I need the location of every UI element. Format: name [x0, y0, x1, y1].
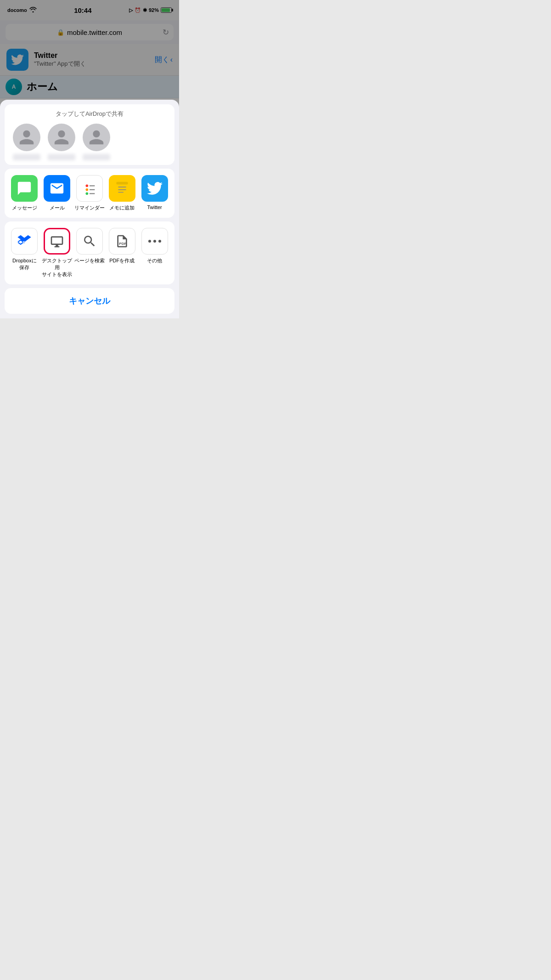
airdrop-contact-1[interactable]: [13, 124, 40, 160]
share-action-reminders[interactable]: リマインダー: [74, 175, 105, 211]
second-actions-section: Dropboxに保存 デスクトップ用サイトを表示 ページを検索: [5, 221, 174, 284]
reminders-label: リマインダー: [74, 204, 105, 211]
airdrop-title: タップしてAirDropで共有: [9, 110, 170, 118]
svg-point-1: [85, 188, 88, 191]
svg-point-12: [148, 240, 151, 243]
second-actions-row: Dropboxに保存 デスクトップ用サイトを表示 ページを検索: [8, 228, 171, 278]
airdrop-name-1: [13, 154, 40, 160]
app-actions-row: メッセージ メール: [8, 175, 171, 211]
airdrop-avatar-3: [83, 124, 110, 151]
svg-point-2: [85, 193, 88, 195]
desktop-icon: [44, 228, 70, 255]
share-action-notes[interactable]: メモに追加: [107, 175, 137, 211]
airdrop-contact-3[interactable]: [83, 124, 110, 160]
page-search-icon: [76, 228, 103, 255]
messages-icon: [11, 175, 38, 202]
action-more[interactable]: その他: [139, 228, 171, 278]
airdrop-contact-2[interactable]: [48, 124, 75, 160]
pdf-icon: PDF: [109, 228, 135, 255]
airdrop-avatar-1: [13, 124, 40, 151]
svg-text:PDF: PDF: [119, 242, 126, 246]
notes-label: メモに追加: [109, 204, 135, 211]
dropbox-icon: [11, 228, 38, 255]
reminders-icon: [76, 175, 103, 202]
airdrop-name-3: [83, 154, 110, 160]
share-action-twitter[interactable]: Twitter: [140, 175, 170, 211]
desktop-label: デスクトップ用サイトを表示: [41, 257, 73, 278]
twitter-share-icon: [141, 175, 168, 202]
mail-icon: [44, 175, 70, 202]
share-sheet: タップしてAirDropで共有: [0, 100, 179, 318]
airdrop-contacts: [9, 124, 170, 160]
airdrop-section: タップしてAirDropで共有: [5, 104, 174, 165]
svg-point-14: [158, 240, 161, 243]
svg-point-0: [85, 185, 88, 187]
action-page-search[interactable]: ページを検索: [73, 228, 106, 278]
app-actions-section: メッセージ メール: [5, 169, 174, 218]
cancel-section: キャンセル: [5, 288, 174, 314]
twitter-share-label: Twitter: [147, 204, 162, 210]
notes-icon: [109, 175, 135, 202]
mail-label: メール: [50, 204, 65, 211]
airdrop-name-2: [48, 154, 75, 160]
page-search-label: ページを検索: [74, 257, 105, 264]
svg-point-13: [153, 240, 156, 243]
pdf-label: PDFを作成: [109, 257, 135, 264]
share-action-mail[interactable]: メール: [42, 175, 72, 211]
action-create-pdf[interactable]: PDF PDFを作成: [106, 228, 138, 278]
messages-label: メッセージ: [12, 204, 37, 211]
more-icon: [141, 228, 168, 255]
action-desktop-site[interactable]: デスクトップ用サイトを表示: [41, 228, 73, 278]
dropbox-label: Dropboxに保存: [12, 257, 37, 271]
svg-rect-7: [116, 182, 128, 185]
more-label: その他: [147, 257, 162, 264]
airdrop-avatar-2: [48, 124, 75, 151]
cancel-button[interactable]: キャンセル: [5, 288, 174, 314]
action-dropbox[interactable]: Dropboxに保存: [8, 228, 40, 278]
share-action-messages[interactable]: メッセージ: [9, 175, 39, 211]
